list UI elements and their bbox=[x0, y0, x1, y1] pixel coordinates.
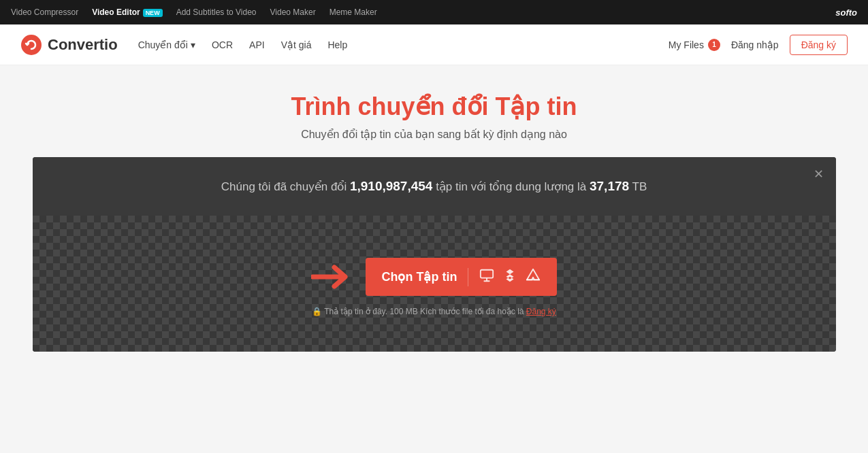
drop-hint: 🔒 Thả tập tin ở đây. 100 MB Kích thước f… bbox=[312, 307, 556, 316]
stats-number-files: 1,910,987,454 bbox=[350, 179, 433, 193]
stats-number-tb: 37,178 bbox=[590, 179, 629, 193]
lock-icon: 🔒 bbox=[312, 307, 322, 316]
dropbox-icon[interactable] bbox=[502, 268, 517, 286]
upload-stats-bar: ✕ Chúng tôi đã chuyển đổi 1,910,987,454 … bbox=[33, 157, 836, 216]
drop-zone-actions: Chọn Tập tin bbox=[311, 258, 558, 296]
choose-file-button[interactable]: Chọn Tập tin bbox=[366, 258, 558, 296]
login-button[interactable]: Đăng nhập bbox=[731, 39, 779, 50]
hero-section: Trình chuyển đổi Tập tin Chuyển đổi tập … bbox=[0, 65, 868, 157]
chevron-down-icon: ▾ bbox=[191, 39, 195, 50]
topbar-item-meme-maker[interactable]: Meme Maker bbox=[329, 7, 377, 17]
nav-right: My Files 1 Đăng nhập Đăng ký bbox=[669, 35, 848, 55]
top-bar: Video Compressor Video EditorNEW Add Sub… bbox=[0, 0, 868, 24]
computer-icon[interactable] bbox=[479, 268, 494, 286]
hero-subtitle: Chuyển đổi tập tin của bạn sang bất kỳ đ… bbox=[14, 128, 854, 141]
nav-chuyen-doi[interactable]: Chuyển đổi ▾ bbox=[138, 39, 195, 50]
svg-rect-1 bbox=[481, 269, 493, 278]
upload-container: ✕ Chúng tôi đã chuyển đổi 1,910,987,454 … bbox=[33, 157, 836, 352]
hero-title: Trình chuyển đổi Tập tin bbox=[14, 93, 854, 121]
drop-zone[interactable]: Chọn Tập tin bbox=[33, 216, 836, 352]
nav-vat-gia[interactable]: Vật giá bbox=[281, 39, 312, 50]
main-nav: Convertio Chuyển đổi ▾ OCR API Vật giá H… bbox=[0, 24, 868, 65]
logo-icon bbox=[20, 34, 42, 56]
register-button[interactable]: Đăng ký bbox=[790, 35, 848, 55]
choose-file-label: Chọn Tập tin bbox=[382, 269, 457, 284]
nav-links: Chuyển đổi ▾ OCR API Vật giá Help bbox=[138, 39, 669, 50]
topbar-item-video-editor[interactable]: Video EditorNEW bbox=[92, 7, 162, 17]
logo[interactable]: Convertio bbox=[20, 34, 118, 56]
cloud-storage-icons bbox=[468, 268, 541, 286]
topbar-item-add-subtitles[interactable]: Add Subtitles to Video bbox=[176, 7, 257, 17]
signup-link[interactable]: Đăng ký bbox=[526, 307, 556, 316]
arrow-indicator bbox=[311, 262, 352, 292]
google-drive-icon[interactable] bbox=[526, 268, 541, 286]
close-button[interactable]: ✕ bbox=[814, 167, 824, 182]
new-badge: NEW bbox=[143, 9, 163, 17]
my-files-button[interactable]: My Files 1 bbox=[669, 39, 720, 51]
brand-name: softo bbox=[835, 7, 857, 18]
svg-point-0 bbox=[21, 35, 42, 55]
files-count-badge: 1 bbox=[708, 39, 720, 51]
logo-text: Convertio bbox=[48, 36, 118, 54]
nav-help[interactable]: Help bbox=[327, 39, 347, 50]
topbar-item-video-maker[interactable]: Video Maker bbox=[270, 7, 316, 17]
nav-api[interactable]: API bbox=[249, 39, 265, 50]
nav-ocr[interactable]: OCR bbox=[212, 39, 233, 50]
topbar-item-video-compressor[interactable]: Video Compressor bbox=[11, 7, 78, 17]
